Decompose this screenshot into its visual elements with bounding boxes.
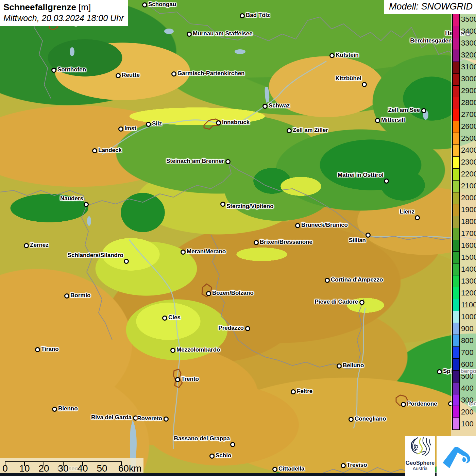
legend-cell bbox=[453, 133, 459, 144]
city-label: Bassano del Grappa bbox=[174, 435, 230, 442]
city-label: Trento bbox=[181, 376, 199, 382]
city-label: Pieve di Cadore bbox=[314, 299, 358, 305]
city-label: Predazzo bbox=[218, 325, 244, 332]
city-marker bbox=[240, 13, 245, 18]
scale-bar-number: 50 bbox=[97, 463, 107, 474]
legend-tick-label: 2800 bbox=[461, 98, 476, 107]
scale-bar-number: 60km bbox=[118, 463, 141, 474]
city-marker bbox=[341, 463, 346, 468]
legend-cell bbox=[453, 180, 459, 192]
city-marker bbox=[206, 291, 211, 296]
legend-cell bbox=[453, 406, 459, 418]
legend-tick-label: 2900 bbox=[461, 86, 476, 95]
city-marker bbox=[51, 68, 56, 73]
legend-cell bbox=[453, 144, 459, 156]
legend-cell bbox=[453, 109, 459, 121]
legend-tick-label: 1900 bbox=[461, 205, 476, 214]
city-marker bbox=[175, 377, 180, 382]
legend-cell bbox=[453, 418, 459, 429]
city-marker bbox=[272, 467, 277, 472]
legend-cell bbox=[453, 240, 459, 252]
city-label: Zell am See bbox=[388, 107, 420, 114]
legend-tick-label: 1000 bbox=[461, 312, 476, 321]
city-label: Landeck bbox=[98, 147, 122, 154]
scale-bar-number: 20 bbox=[38, 463, 49, 474]
city-label: Pordenone bbox=[407, 401, 437, 407]
legend-tick-label: 200 bbox=[461, 408, 474, 417]
city-label: Berchtesgaden bbox=[410, 37, 452, 44]
city-marker bbox=[384, 178, 389, 184]
legend-cell bbox=[453, 382, 459, 394]
city-marker bbox=[116, 73, 121, 78]
city-label: Kitzbühel bbox=[336, 75, 362, 82]
legend-cell bbox=[453, 311, 459, 323]
city-marker bbox=[287, 128, 292, 133]
legend-tick-label: 3100 bbox=[461, 63, 476, 71]
legend-cell bbox=[453, 62, 459, 73]
legend-cell bbox=[453, 121, 459, 133]
legend-tick-label: 300 bbox=[461, 396, 474, 405]
city-marker bbox=[366, 233, 371, 238]
legend-cell bbox=[453, 216, 459, 228]
city-marker bbox=[24, 243, 29, 248]
map-datetime: Mittwoch, 20.03.2024 18:00 Uhr bbox=[3, 13, 124, 23]
legend-tick-label: 1800 bbox=[461, 217, 476, 226]
city-marker bbox=[52, 407, 57, 412]
legend-cell bbox=[453, 38, 459, 50]
city-label: Feltre bbox=[297, 388, 312, 395]
legend-cell bbox=[453, 358, 459, 370]
legend-tick-label: 1600 bbox=[461, 241, 476, 250]
city-label: Schlanders/Silandro bbox=[68, 252, 123, 259]
city-label: Bad Tölz bbox=[246, 12, 270, 19]
scale-bar-number: 0 bbox=[2, 463, 8, 474]
legend-tick-label: 3400 bbox=[461, 27, 476, 36]
legend-tick-label: 2500 bbox=[461, 134, 476, 143]
bottom-edge-strip bbox=[0, 473, 476, 476]
legend-cell bbox=[453, 346, 459, 358]
geosphere-logo-name: GeoSphere bbox=[405, 460, 435, 466]
city-marker bbox=[337, 363, 342, 369]
city-marker bbox=[170, 348, 175, 353]
legend-cell bbox=[453, 168, 459, 180]
city-marker bbox=[162, 316, 167, 321]
legend-tick-label: 900 bbox=[461, 324, 474, 333]
legend-tick-label: 3500 bbox=[461, 15, 476, 24]
city-marker bbox=[329, 53, 335, 58]
city-marker bbox=[220, 202, 225, 207]
legend-cell bbox=[453, 97, 459, 109]
city-marker bbox=[230, 442, 235, 447]
legend-tick-label: 1300 bbox=[461, 277, 476, 286]
legend-tick-label: 2700 bbox=[461, 110, 476, 119]
legend-tick-label: 800 bbox=[461, 336, 474, 345]
city-marker bbox=[216, 120, 221, 125]
city-label: Reutte bbox=[122, 72, 140, 79]
weather-map: SchongauBad TölzKemptenMurnau am Staffel… bbox=[0, 0, 476, 476]
city-marker bbox=[124, 259, 129, 264]
city-label: Mittersill bbox=[381, 117, 405, 123]
legend-cell bbox=[453, 26, 459, 38]
city-label: Bormio bbox=[70, 292, 91, 299]
legend-cell bbox=[453, 370, 459, 382]
city-label: Kufstein bbox=[336, 52, 359, 58]
partner-logo-box bbox=[437, 436, 476, 476]
legend-tick-label: 100 bbox=[461, 420, 474, 428]
city-marker bbox=[118, 126, 123, 132]
city-marker bbox=[291, 389, 296, 394]
city-marker bbox=[92, 148, 97, 153]
model-label: Modell: SNOWGRID bbox=[384, 0, 476, 14]
legend-tick-label: 3300 bbox=[461, 39, 476, 48]
city-marker bbox=[142, 2, 147, 7]
legend-colorbar bbox=[452, 14, 460, 430]
scale-bar-number: 10 bbox=[19, 463, 30, 474]
city-marker bbox=[84, 202, 89, 207]
city-marker bbox=[164, 417, 169, 422]
legend-tick-label: 1400 bbox=[461, 265, 476, 274]
city-label: Murnau am Staffelsee bbox=[193, 30, 253, 37]
city-marker bbox=[359, 300, 364, 305]
city-label: Zell am Ziller bbox=[293, 127, 328, 134]
scale-bar: 0102030405060km bbox=[0, 458, 143, 474]
city-marker bbox=[262, 104, 268, 109]
city-marker bbox=[181, 250, 186, 255]
legend-tick-label: 2400 bbox=[461, 146, 476, 155]
legend-tick-label: 2300 bbox=[461, 158, 476, 167]
